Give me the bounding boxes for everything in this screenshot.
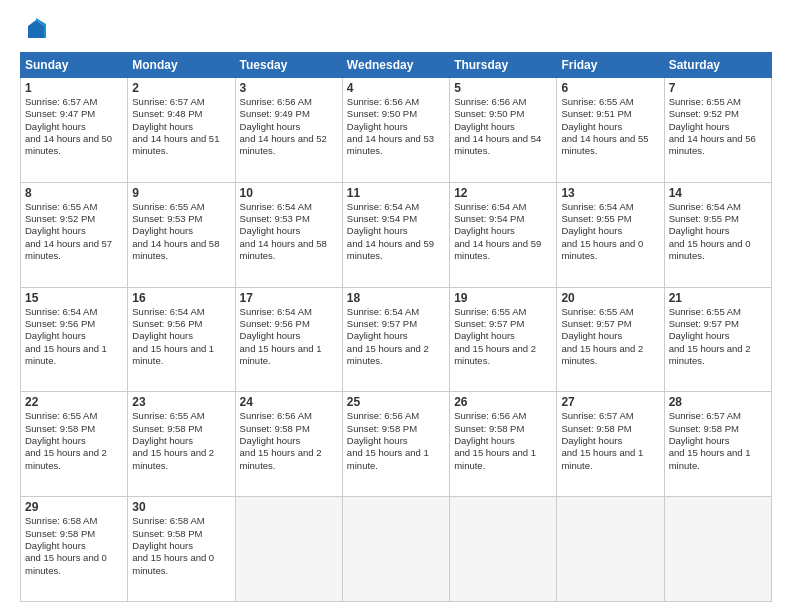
sunrise-text: Sunrise: 6:54 AM <box>561 201 659 213</box>
daylight-label: Daylight hours <box>347 121 445 133</box>
daylight-value: and 15 hours and 2 minutes. <box>454 343 552 368</box>
sunrise-text: Sunrise: 6:55 AM <box>669 96 767 108</box>
sunrise-text: Sunrise: 6:55 AM <box>669 306 767 318</box>
daylight-value: and 15 hours and 2 minutes. <box>347 343 445 368</box>
sunset-text: Sunset: 9:58 PM <box>132 423 230 435</box>
day-cell-9: 9Sunrise: 6:55 AMSunset: 9:53 PMDaylight… <box>128 182 235 287</box>
daylight-value: and 15 hours and 0 minutes. <box>132 552 230 577</box>
daylight-label: Daylight hours <box>561 330 659 342</box>
sunset-text: Sunset: 9:54 PM <box>347 213 445 225</box>
day-cell-26: 26Sunrise: 6:56 AMSunset: 9:58 PMDayligh… <box>450 392 557 497</box>
sunset-text: Sunset: 9:57 PM <box>347 318 445 330</box>
day-cell-12: 12Sunrise: 6:54 AMSunset: 9:54 PMDayligh… <box>450 182 557 287</box>
day-number: 15 <box>25 291 123 305</box>
daylight-label: Daylight hours <box>454 330 552 342</box>
daylight-label: Daylight hours <box>240 121 338 133</box>
sunrise-text: Sunrise: 6:57 AM <box>669 410 767 422</box>
day-number: 9 <box>132 186 230 200</box>
col-header-friday: Friday <box>557 53 664 78</box>
sunrise-text: Sunrise: 6:56 AM <box>240 410 338 422</box>
sunrise-text: Sunrise: 6:56 AM <box>347 96 445 108</box>
day-cell-17: 17Sunrise: 6:54 AMSunset: 9:56 PMDayligh… <box>235 287 342 392</box>
sunset-text: Sunset: 9:58 PM <box>25 423 123 435</box>
logo-icon <box>24 18 48 42</box>
day-cell-15: 15Sunrise: 6:54 AMSunset: 9:56 PMDayligh… <box>21 287 128 392</box>
daylight-value: and 14 hours and 52 minutes. <box>240 133 338 158</box>
day-number: 2 <box>132 81 230 95</box>
sunset-text: Sunset: 9:58 PM <box>561 423 659 435</box>
day-cell-16: 16Sunrise: 6:54 AMSunset: 9:56 PMDayligh… <box>128 287 235 392</box>
sunset-text: Sunset: 9:49 PM <box>240 108 338 120</box>
day-cell-27: 27Sunrise: 6:57 AMSunset: 9:58 PMDayligh… <box>557 392 664 497</box>
sunrise-text: Sunrise: 6:54 AM <box>454 201 552 213</box>
logo <box>20 18 48 42</box>
daylight-value: and 15 hours and 1 minute. <box>132 343 230 368</box>
day-number: 30 <box>132 500 230 514</box>
day-number: 22 <box>25 395 123 409</box>
day-cell-14: 14Sunrise: 6:54 AMSunset: 9:55 PMDayligh… <box>664 182 771 287</box>
week-row-3: 15Sunrise: 6:54 AMSunset: 9:56 PMDayligh… <box>21 287 772 392</box>
day-cell-11: 11Sunrise: 6:54 AMSunset: 9:54 PMDayligh… <box>342 182 449 287</box>
daylight-value: and 14 hours and 59 minutes. <box>454 238 552 263</box>
sunset-text: Sunset: 9:58 PM <box>240 423 338 435</box>
sunrise-text: Sunrise: 6:56 AM <box>454 96 552 108</box>
daylight-value: and 15 hours and 2 minutes. <box>240 447 338 472</box>
daylight-value: and 14 hours and 57 minutes. <box>25 238 123 263</box>
sunset-text: Sunset: 9:56 PM <box>240 318 338 330</box>
daylight-label: Daylight hours <box>240 225 338 237</box>
daylight-value: and 15 hours and 1 minute. <box>561 447 659 472</box>
daylight-label: Daylight hours <box>132 121 230 133</box>
day-number: 19 <box>454 291 552 305</box>
sunset-text: Sunset: 9:58 PM <box>347 423 445 435</box>
daylight-value: and 15 hours and 0 minutes. <box>669 238 767 263</box>
daylight-label: Daylight hours <box>454 435 552 447</box>
daylight-label: Daylight hours <box>25 121 123 133</box>
sunrise-text: Sunrise: 6:58 AM <box>132 515 230 527</box>
daylight-value: and 14 hours and 58 minutes. <box>240 238 338 263</box>
day-number: 27 <box>561 395 659 409</box>
daylight-label: Daylight hours <box>347 225 445 237</box>
day-number: 3 <box>240 81 338 95</box>
daylight-value: and 15 hours and 1 minute. <box>25 343 123 368</box>
sunset-text: Sunset: 9:57 PM <box>561 318 659 330</box>
daylight-value: and 14 hours and 58 minutes. <box>132 238 230 263</box>
col-header-tuesday: Tuesday <box>235 53 342 78</box>
daylight-value: and 15 hours and 1 minute. <box>240 343 338 368</box>
sunrise-text: Sunrise: 6:55 AM <box>25 410 123 422</box>
daylight-label: Daylight hours <box>454 121 552 133</box>
daylight-label: Daylight hours <box>561 225 659 237</box>
daylight-value: and 14 hours and 54 minutes. <box>454 133 552 158</box>
sunset-text: Sunset: 9:57 PM <box>454 318 552 330</box>
day-number: 1 <box>25 81 123 95</box>
day-cell-23: 23Sunrise: 6:55 AMSunset: 9:58 PMDayligh… <box>128 392 235 497</box>
daylight-label: Daylight hours <box>25 540 123 552</box>
daylight-label: Daylight hours <box>240 435 338 447</box>
daylight-label: Daylight hours <box>240 330 338 342</box>
daylight-value: and 14 hours and 59 minutes. <box>347 238 445 263</box>
daylight-label: Daylight hours <box>561 435 659 447</box>
day-number: 8 <box>25 186 123 200</box>
day-cell-7: 7Sunrise: 6:55 AMSunset: 9:52 PMDaylight… <box>664 78 771 183</box>
sunrise-text: Sunrise: 6:55 AM <box>25 201 123 213</box>
sunset-text: Sunset: 9:57 PM <box>669 318 767 330</box>
sunrise-text: Sunrise: 6:54 AM <box>669 201 767 213</box>
daylight-value: and 14 hours and 51 minutes. <box>132 133 230 158</box>
day-cell-21: 21Sunrise: 6:55 AMSunset: 9:57 PMDayligh… <box>664 287 771 392</box>
week-row-1: 1Sunrise: 6:57 AMSunset: 9:47 PMDaylight… <box>21 78 772 183</box>
sunset-text: Sunset: 9:58 PM <box>669 423 767 435</box>
sunrise-text: Sunrise: 6:54 AM <box>347 306 445 318</box>
sunrise-text: Sunrise: 6:57 AM <box>132 96 230 108</box>
day-number: 5 <box>454 81 552 95</box>
daylight-label: Daylight hours <box>132 435 230 447</box>
daylight-label: Daylight hours <box>132 330 230 342</box>
empty-cell <box>664 497 771 602</box>
daylight-label: Daylight hours <box>132 540 230 552</box>
sunrise-text: Sunrise: 6:56 AM <box>347 410 445 422</box>
day-number: 14 <box>669 186 767 200</box>
daylight-label: Daylight hours <box>347 435 445 447</box>
daylight-label: Daylight hours <box>669 435 767 447</box>
sunrise-text: Sunrise: 6:56 AM <box>454 410 552 422</box>
day-number: 24 <box>240 395 338 409</box>
sunset-text: Sunset: 9:50 PM <box>347 108 445 120</box>
daylight-value: and 14 hours and 50 minutes. <box>25 133 123 158</box>
